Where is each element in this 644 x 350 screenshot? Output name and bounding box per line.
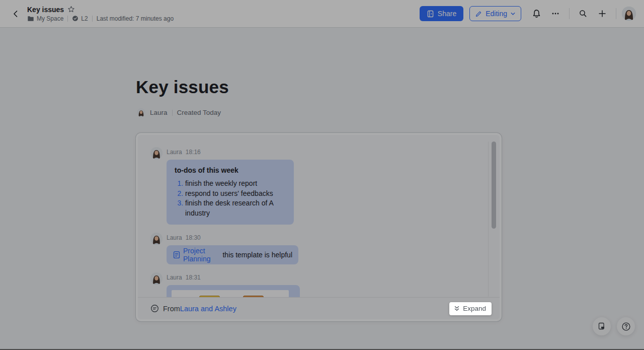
breadcrumb-space[interactable]: My Space [27, 15, 63, 22]
create-new-button[interactable] [594, 6, 610, 22]
ellipsis-icon [551, 9, 560, 18]
share-button[interactable]: Share [420, 6, 463, 21]
chat-message: Laura 18:31 Day/Month Milestone 1 Day/Mo… [150, 272, 500, 297]
expand-button[interactable]: Expand [449, 302, 492, 315]
title-block: Key issues My Space L2 Last modifi [27, 6, 174, 22]
message-image-preview[interactable]: Day/Month Milestone 1 Day/Month Mileston… [172, 290, 289, 297]
chat-card-footer: From Laura and Ashley Expand [138, 297, 500, 319]
feedback-button[interactable] [593, 317, 611, 335]
todo-item: finish the desk research of A industry [185, 198, 286, 218]
expand-label: Expand [463, 305, 486, 312]
star-icon[interactable] [67, 6, 75, 13]
created-date: Created Today [177, 109, 221, 116]
topbar-actions: Share Editing [420, 6, 636, 22]
chat-message: Laura 18:30 Project Planning this templa… [150, 233, 500, 264]
document-title[interactable]: Key issues [136, 77, 229, 97]
chat-message: Laura 18:16 to-dos of this week finish t… [150, 147, 500, 225]
chat-record-card: Laura 18:16 to-dos of this week finish t… [136, 133, 502, 321]
editing-mode-button[interactable]: Editing [469, 6, 521, 21]
plus-icon [598, 9, 607, 18]
message-time: 18:30 [186, 234, 201, 241]
message-bubble: Project Planning this template is helpfu… [167, 245, 298, 264]
author-name: Laura [150, 109, 168, 116]
avatar-image [150, 272, 163, 285]
question-circle-icon [621, 322, 631, 331]
avatar-image [150, 233, 163, 245]
chevron-down-icon [510, 11, 516, 17]
chat-messages: Laura 18:16 to-dos of this week finish t… [138, 135, 500, 297]
bell-icon [532, 9, 541, 19]
security-level-label: L2 [81, 15, 88, 22]
avatar-image [150, 147, 163, 159]
share-label: Share [438, 10, 456, 18]
editing-label: Editing [486, 10, 507, 18]
folder-icon [27, 15, 34, 22]
todo-list: finish the weekly report respond to user… [175, 179, 286, 218]
document-meta: Laura Created Today [137, 108, 221, 117]
message-bubble: Day/Month Milestone 1 Day/Month Mileston… [167, 285, 300, 297]
message-avatar [150, 147, 163, 159]
document-link-icon [173, 251, 181, 259]
divider [616, 8, 616, 19]
more-button[interactable] [547, 6, 564, 22]
double-chevron-down-icon [454, 306, 460, 312]
divider [569, 8, 570, 19]
search-icon [579, 9, 588, 18]
breadcrumb: My Space L2 Last modified: 7 minutes ago [27, 15, 174, 22]
page-comment-icon [597, 322, 606, 331]
shield-check-icon [72, 15, 78, 22]
message-header: Laura 18:31 [167, 274, 300, 281]
message-avatar [150, 272, 163, 285]
doc-link[interactable]: Project Planning [183, 247, 221, 263]
search-button[interactable] [575, 6, 591, 22]
message-bubble: to-dos of this week finish the weekly re… [167, 160, 294, 225]
sender-name: Laura [167, 274, 182, 281]
divider [67, 16, 68, 22]
message-avatar [150, 233, 163, 245]
from-label: From [163, 305, 180, 313]
todo-item: respond to users' feedbacks [185, 189, 286, 199]
divider [92, 16, 93, 22]
from-participants-link[interactable]: Laura and Ashley [180, 305, 236, 313]
divider [172, 110, 173, 116]
message-time: 18:31 [186, 274, 201, 281]
space-name: My Space [37, 15, 63, 22]
todo-item: finish the weekly report [185, 179, 286, 189]
chat-record-icon [150, 304, 159, 313]
doc-title-topbar: Key issues [27, 6, 64, 14]
message-header: Laura 18:30 [167, 234, 298, 241]
top-bar: Key issues My Space L2 Last modifi [0, 0, 644, 28]
notifications-button[interactable] [528, 6, 544, 22]
author-avatar [137, 108, 145, 117]
user-avatar[interactable] [622, 7, 636, 21]
back-button[interactable] [8, 6, 23, 22]
message-time: 18:16 [186, 149, 201, 156]
document-area: Key issues Laura Created Today [0, 28, 644, 349]
message-header: Laura 18:16 [167, 149, 294, 156]
avatar-image [622, 7, 636, 21]
security-level[interactable]: L2 [72, 15, 88, 22]
floating-buttons [593, 317, 635, 335]
help-button[interactable] [617, 317, 635, 335]
card-scrollbar-thumb[interactable] [492, 142, 496, 229]
divider [488, 142, 489, 297]
avatar-image [137, 108, 145, 117]
todo-title: to-dos of this week [175, 166, 286, 174]
pencil-icon [475, 10, 482, 18]
last-modified: Last modified: 7 minutes ago [97, 15, 174, 22]
share-doc-icon [427, 10, 434, 18]
sender-name: Laura [167, 234, 182, 241]
sender-name: Laura [167, 149, 182, 156]
message-text: this template is helpful [222, 251, 292, 259]
chevron-left-icon [12, 10, 20, 18]
